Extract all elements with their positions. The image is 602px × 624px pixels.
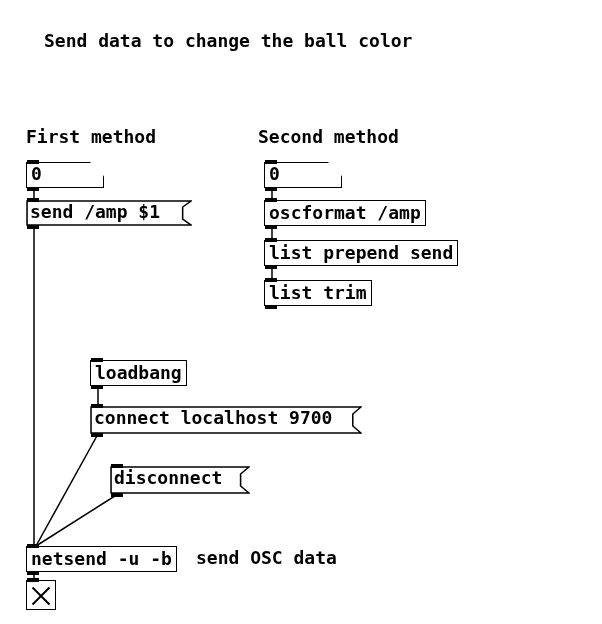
netsend-comment: send OSC data — [196, 547, 337, 568]
list-prepend-object[interactable]: list prepend send — [264, 240, 458, 266]
message-text: connect localhost 9700 — [94, 407, 332, 428]
connected-toggle[interactable] — [26, 580, 56, 610]
method1-number-box[interactable]: 0 — [26, 162, 104, 188]
disconnect-message[interactable]: disconnect — [110, 466, 250, 494]
page-title: Send data to change the ball color — [44, 30, 412, 51]
method2-label: Second method — [258, 126, 399, 147]
connect-message[interactable]: connect localhost 9700 — [90, 406, 362, 434]
method1-label: First method — [26, 126, 156, 147]
method1-message-send-amp[interactable]: send /amp $1 — [26, 200, 192, 226]
svg-line-7 — [36, 494, 118, 546]
message-text: send /amp $1 — [30, 201, 160, 222]
list-trim-object[interactable]: list trim — [264, 280, 372, 306]
svg-line-6 — [36, 434, 98, 546]
message-text: disconnect — [114, 467, 222, 488]
oscformat-object[interactable]: oscformat /amp — [264, 200, 426, 226]
method2-number-box[interactable]: 0 — [264, 162, 342, 188]
netsend-object[interactable]: netsend -u -b — [26, 546, 177, 572]
loadbang-object[interactable]: loadbang — [90, 360, 187, 386]
